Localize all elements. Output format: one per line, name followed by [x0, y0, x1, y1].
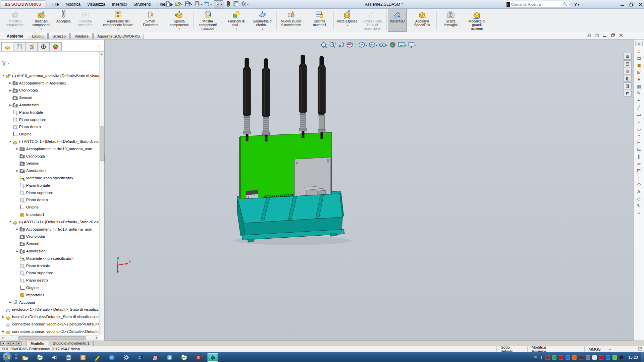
restore-doc-icon[interactable]	[610, 33, 615, 39]
tree-item[interactable]: ▶base<1> (Default<<Default>_Stato di vis…	[0, 313, 99, 320]
geometria-di-riferim-button[interactable]: Geometria di riferim...▾	[249, 9, 275, 32]
tray-sw-clock-icon[interactable]	[545, 355, 550, 360]
quick-tips-icon[interactable]	[638, 347, 643, 352]
panel-tabs-chevron-icon[interactable]: ›	[98, 44, 99, 49]
mostra-componenti-nascosti-button[interactable]: Mostra componenti nascosti	[195, 9, 221, 32]
expander-icon[interactable]: ▶	[15, 169, 19, 172]
app-red-taskbar-icon[interactable]	[193, 353, 204, 362]
fillet-icon[interactable]: ◠	[635, 182, 643, 188]
smart-dimension-icon[interactable]: ⌖	[635, 98, 643, 103]
undo-dropdown-icon[interactable]: ▾	[210, 3, 212, 6]
panel-tab-displaymanager[interactable]	[50, 42, 62, 51]
inserisci-componenti-button[interactable]: Inserisci componenti▾	[28, 9, 54, 32]
panel-tab-configurationmanager[interactable]	[25, 42, 38, 51]
menu-visualizza[interactable]: Visualizza	[84, 0, 109, 8]
print-button[interactable]: ▾	[194, 1, 202, 8]
tree-item[interactable]: ▶Accoppiamenti in Assieme2	[0, 79, 99, 87]
close-doc-icon[interactable]	[619, 33, 624, 39]
view-settings-button[interactable]: ▾	[408, 41, 417, 50]
model-tab-modello[interactable]: Modello	[26, 341, 49, 346]
tree-item[interactable]: Materiale <non specificato>	[0, 174, 99, 182]
zoom-fit-button[interactable]	[320, 41, 327, 50]
modalit-di-grandi-assiemi-button[interactable]: Modalità di grandi assiemi	[464, 9, 490, 32]
print-dropdown-icon[interactable]: ▾	[201, 3, 202, 6]
previous-window-icon[interactable]	[586, 33, 591, 39]
tab-scroll-icon[interactable]: ▶	[11, 341, 16, 346]
options-list-icon[interactable]: ≡	[635, 210, 643, 216]
tree-item[interactable]: ▼(-) ANT1-1<1> (Default<<Default>_Stato …	[0, 218, 99, 226]
command-search[interactable]: >_ 🔍 ▾	[506, 1, 570, 7]
tree-item[interactable]: Origine	[0, 130, 99, 138]
help-caret-icon[interactable]: ▾	[578, 3, 579, 6]
scatta-immagini-button[interactable]: Scatta immagini	[438, 9, 464, 32]
open-dropdown-icon[interactable]: ▾	[181, 3, 182, 6]
undo-button[interactable]: ▾	[204, 1, 212, 8]
search-dropdown-icon[interactable]: ▾	[569, 3, 570, 6]
model-tab-studio-di-movimento-1[interactable]: Studio di movimento 1	[49, 341, 94, 346]
filter-caret-icon[interactable]: ▾	[8, 62, 9, 65]
tree-item[interactable]: Importato1	[0, 211, 99, 218]
panel-tab-propertymanager[interactable]	[13, 42, 25, 51]
apply-scene-button[interactable]: ▾	[397, 41, 407, 50]
rectangle-icon[interactable]: ▭	[635, 112, 643, 117]
menu-inserisci[interactable]: Inserisci	[109, 0, 130, 8]
chrome-2-taskbar-icon[interactable]	[178, 353, 190, 362]
tool-pencil-taskbar-icon[interactable]	[92, 353, 103, 362]
tree-item[interactable]: connettore antenan vecchio<1> (Default<<…	[0, 320, 99, 328]
mini-tool-4-icon[interactable]: ◧	[624, 75, 632, 82]
tray-display-icon[interactable]	[586, 355, 590, 360]
rebuild-button[interactable]	[225, 1, 231, 8]
custom-properties-icon[interactable]: ▦	[635, 83, 643, 89]
tray-browser-icon[interactable]	[606, 355, 610, 360]
tree-horizontal-scrollbar[interactable]: ◀ ▶	[0, 335, 99, 340]
expander-icon[interactable]: ▶	[8, 301, 12, 304]
tree-item[interactable]: ▼(-) rfrd10_antenna_asm<3> (Default<Stat…	[0, 72, 99, 79]
graphics-viewport[interactable]: X ▾▾▾▾▾	[105, 40, 633, 341]
select-button[interactable]: ▾	[214, 0, 223, 8]
tray-flag-icon[interactable]	[592, 355, 597, 360]
tray-dropbox-icon[interactable]	[566, 355, 570, 360]
sposta-componente-button[interactable]: Sposta componente▾	[166, 9, 192, 32]
tab-assieme[interactable]: Assieme	[3, 33, 27, 39]
zoom-area-button[interactable]	[328, 41, 336, 50]
options-button[interactable]: ▾	[241, 1, 249, 8]
tab-valutare[interactable]: Valutare	[70, 33, 93, 39]
chevron-down-icon[interactable]: ▾	[415, 44, 417, 47]
tree-item[interactable]: Piano frontale	[0, 109, 99, 116]
solidworks-2017-taskbar-icon[interactable]: SW2017	[149, 353, 161, 362]
expander-icon[interactable]: ▶	[15, 147, 19, 150]
mini-tool-1-icon[interactable]: ▦	[624, 53, 632, 60]
tab-aggiunte-solidworks[interactable]: Aggiunte SOLIDWORKS	[93, 33, 144, 39]
tree-item[interactable]: ▶Accoppia	[0, 299, 99, 306]
vista-esplosa-button[interactable]: Vista esplosa▾	[335, 9, 359, 32]
expander-icon[interactable]: ▶	[1, 330, 5, 333]
tray-sw-check-icon[interactable]	[552, 355, 556, 360]
expander-icon[interactable]: ▼	[8, 220, 12, 223]
language-indicator[interactable]: IT	[539, 355, 543, 359]
expander-icon[interactable]: ▶	[8, 81, 12, 84]
menu-modifica[interactable]: Modifica	[62, 0, 84, 8]
help-button[interactable]: ?▾	[574, 0, 579, 9]
tray-leaf-icon[interactable]	[612, 355, 617, 360]
save-dropdown-icon[interactable]: ▾	[191, 3, 192, 6]
panel-tab-dimxpertmanager[interactable]	[38, 42, 50, 51]
tree-item[interactable]: Piano frontale	[0, 262, 99, 269]
tree-item[interactable]: Materiale <non specificato>	[0, 255, 99, 262]
view-orientation-button[interactable]: ▾	[358, 41, 367, 50]
expander-icon[interactable]: ▶	[1, 315, 5, 318]
search-input[interactable]	[511, 2, 563, 6]
skype-taskbar-icon[interactable]: S	[164, 353, 175, 362]
section-view-button[interactable]	[346, 41, 354, 50]
open-button[interactable]: ▾	[175, 1, 182, 8]
expander-icon[interactable]: ▶	[15, 228, 19, 231]
home-icon[interactable]: ⌂	[635, 48, 643, 54]
new-document-button[interactable]: ▾	[165, 1, 173, 8]
tray-volume-muted-icon[interactable]	[599, 355, 603, 360]
tree-item[interactable]: Piano destro	[0, 123, 99, 131]
tree-item[interactable]: ▼(-) ANT2-1<1> (Default<<Default>_Stato …	[0, 138, 99, 145]
pattern-icon[interactable]: ⊟	[635, 168, 643, 174]
restore-icon[interactable]	[629, 2, 634, 7]
text-icon[interactable]: A	[635, 189, 643, 195]
vscroll-thumb[interactable]	[100, 126, 104, 161]
tree-item[interactable]: Cronologia	[0, 153, 99, 160]
